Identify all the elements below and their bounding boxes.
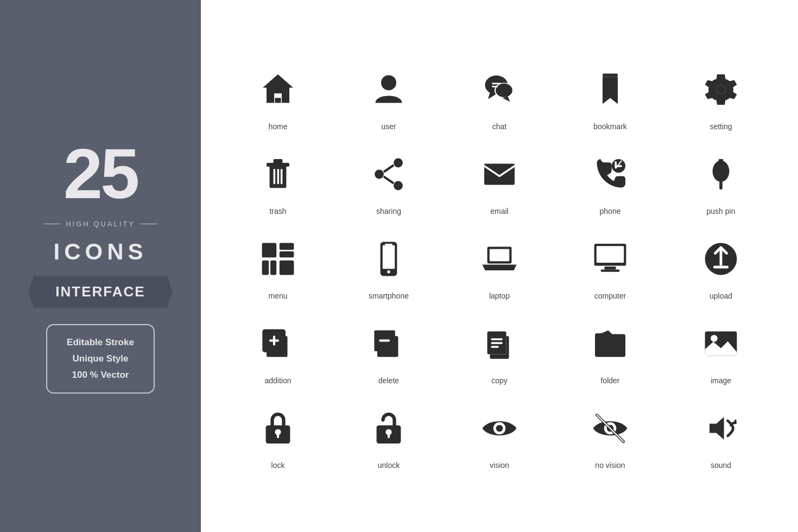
copy-icon	[480, 325, 518, 363]
setting-icon	[702, 71, 740, 109]
dash-left	[44, 224, 60, 224]
icon-cell-bookmark: bookmark	[560, 62, 660, 131]
svg-rect-32	[280, 261, 294, 275]
image-label: image	[711, 376, 731, 385]
home-icon-wrapper	[251, 62, 305, 117]
unlock-label: unlock	[378, 461, 400, 470]
icon-cell-copy: copy	[449, 316, 549, 385]
svg-line-18	[384, 165, 394, 172]
unlock-icon-wrapper	[362, 401, 416, 455]
svg-rect-41	[605, 267, 616, 270]
svg-point-16	[375, 170, 384, 179]
icon-cell-unlock: unlock	[339, 401, 439, 470]
svg-point-1	[381, 75, 396, 90]
icon-cell-menu: menu	[228, 232, 328, 300]
user-icon-wrapper	[362, 62, 416, 117]
svg-point-4	[496, 84, 512, 97]
folder-icon-wrapper	[583, 316, 637, 371]
laptop-icon	[480, 240, 518, 278]
computer-label: computer	[594, 292, 626, 300]
svg-rect-30	[262, 261, 269, 275]
dash-right	[141, 224, 157, 224]
icon-cell-folder: folder	[560, 316, 660, 385]
novision-icon-wrapper	[583, 401, 637, 455]
folder-label: folder	[600, 376, 619, 385]
smartphone-icon-wrapper	[362, 232, 416, 286]
chat-label: chat	[492, 122, 506, 131]
sound-icon-wrapper	[694, 401, 748, 455]
svg-rect-20	[484, 163, 515, 185]
hq-line: HIGH QUALITY	[44, 220, 157, 228]
icons-title: ICONS	[53, 239, 147, 265]
computer-icon-wrapper	[583, 232, 637, 286]
sound-icon	[702, 409, 740, 447]
user-icon	[370, 71, 408, 109]
pushpin-icon	[702, 155, 740, 193]
unlock-icon	[370, 409, 408, 447]
vision-label: vision	[490, 461, 509, 470]
delete-icon-wrapper	[362, 316, 416, 371]
svg-rect-55	[491, 346, 499, 348]
novision-icon	[591, 409, 629, 447]
sharing-label: sharing	[376, 207, 401, 216]
user-label: user	[381, 122, 396, 131]
svg-rect-63	[388, 433, 390, 438]
phone-label: phone	[600, 207, 621, 216]
svg-point-24	[713, 161, 730, 182]
svg-rect-26	[719, 159, 723, 163]
addition-icon-wrapper	[251, 316, 305, 371]
svg-point-65	[496, 425, 503, 432]
icon-cell-computer: computer	[560, 232, 660, 300]
icon-cell-lock: lock	[228, 401, 328, 470]
sharing-icon-wrapper	[362, 147, 416, 201]
svg-rect-29	[280, 251, 294, 257]
upload-icon-wrapper	[694, 232, 748, 286]
setting-label: setting	[710, 122, 732, 131]
copy-label: copy	[491, 376, 508, 385]
pushpin-label: push pin	[707, 207, 736, 216]
bookmark-label: bookmark	[593, 122, 626, 131]
right-panel: home user	[201, 0, 798, 532]
bookmark-icon	[591, 71, 629, 109]
phone-icon-wrapper	[583, 147, 637, 201]
sharing-icon	[370, 155, 408, 193]
category-banner: INTERFACE	[28, 276, 172, 308]
laptop-icon-wrapper	[472, 232, 527, 286]
lock-icon-wrapper	[251, 401, 305, 455]
svg-rect-27	[262, 243, 277, 258]
icon-cell-novision: no vision	[560, 401, 660, 470]
delete-label: delete	[378, 376, 399, 385]
vision-icon	[480, 409, 518, 447]
svg-rect-7	[603, 74, 618, 77]
feature-1: Editable Stroke	[67, 337, 134, 348]
addition-label: addition	[264, 376, 291, 385]
folder-icon	[591, 325, 629, 363]
trash-icon	[259, 155, 297, 193]
svg-rect-54	[491, 342, 503, 344]
svg-point-15	[394, 159, 403, 168]
icon-cell-sharing: sharing	[339, 147, 439, 216]
home-icon	[259, 71, 297, 109]
icons-grid: home user	[228, 62, 771, 470]
chat-icon	[480, 71, 518, 109]
menu-icon	[259, 240, 297, 278]
laptop-label: laptop	[489, 292, 510, 300]
icon-cell-email: email	[449, 147, 549, 216]
left-panel: 25 HIGH QUALITY ICONS INTERFACE Editable…	[0, 0, 201, 532]
menu-label: menu	[268, 292, 287, 300]
smartphone-icon	[370, 240, 408, 278]
icon-cell-sound: sound	[671, 401, 771, 470]
svg-rect-38	[490, 249, 509, 261]
icon-cell-addition: addition	[228, 316, 328, 385]
big-number: 25	[64, 138, 138, 209]
icon-cell-vision: vision	[449, 401, 549, 470]
phone-icon	[591, 155, 629, 193]
svg-line-19	[384, 176, 394, 183]
upload-icon	[702, 240, 740, 278]
svg-rect-12	[274, 169, 276, 184]
icon-cell-image: image	[671, 316, 771, 385]
feature-3: 100 % Vector	[67, 370, 134, 381]
svg-rect-14	[281, 169, 283, 184]
upload-label: upload	[710, 292, 732, 300]
lock-icon	[259, 409, 297, 447]
